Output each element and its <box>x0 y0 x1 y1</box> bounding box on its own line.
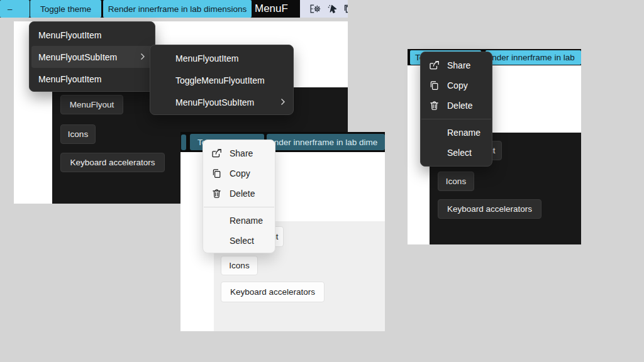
menu-item-label: Share <box>230 148 253 158</box>
keyboard-accelerators-label: Keyboard accelerators <box>230 287 315 297</box>
sub-menu-flyout: MenuFlyoutItem ToggleMenuFlyoutItem Menu… <box>150 45 294 115</box>
menu-item-copy[interactable]: Copy <box>421 75 492 96</box>
menu-item-label: ToggleMenuFlyoutItem <box>175 75 265 85</box>
keyboard-accelerators-label: Keyboard accelerators <box>447 204 532 214</box>
page-title-text: MenuF <box>255 3 288 15</box>
render-settings-icon[interactable] <box>309 4 321 14</box>
menu-item-rename[interactable]: Rename <box>421 123 492 143</box>
pointer-icon[interactable] <box>327 4 338 14</box>
menu-separator <box>204 207 274 207</box>
render-innerframe-button[interactable]: Render innerframe in lab dimensions <box>103 0 252 18</box>
left-white-strip <box>14 87 52 204</box>
render-innerframe-label: nder innerframe in lab dime <box>274 138 377 147</box>
copy-icon <box>211 168 222 178</box>
window-icon[interactable] <box>343 4 348 14</box>
panel-light-gallery: To nder innerframe in lab dime MenuFlyou… <box>180 132 385 331</box>
menu-item-label: MenuFlyoutItem <box>175 53 238 63</box>
toggle-theme-button[interactable]: Toggle theme <box>30 0 101 18</box>
menu-item-delete[interactable]: Delete <box>203 184 275 204</box>
icons-button-label: Icons <box>68 129 88 139</box>
dash-label: – <box>8 4 13 14</box>
menu-item-menuflyoutitem[interactable]: MenuFlyoutItem <box>150 47 293 69</box>
menu-item-rename[interactable]: Rename <box>203 211 275 231</box>
lab-toolbar <box>300 0 348 18</box>
menu-item-label: Copy <box>447 80 468 90</box>
keyboard-accelerators-button[interactable]: Keyboard accelerators <box>438 199 541 219</box>
screenshot-collage: – Toggle theme Render innerframe in lab … <box>0 0 644 362</box>
menu-item-label: Rename <box>447 128 480 138</box>
menu-item-label: Delete <box>230 189 255 199</box>
share-icon <box>211 148 222 158</box>
render-innerframe-label: nder innerframe in lab <box>492 53 574 62</box>
menu-item-copy[interactable]: Copy <box>203 163 275 184</box>
delete-icon <box>211 189 222 199</box>
icons-button[interactable]: Icons <box>60 124 96 144</box>
menu-item-label: MenuFlyoutSubItem <box>175 97 254 107</box>
icons-button[interactable]: Icons <box>438 172 474 191</box>
keyboard-accelerators-button[interactable]: Keyboard accelerators <box>221 282 325 302</box>
icons-button[interactable]: Icons <box>221 256 258 275</box>
panel-dark-contextmenu: To nder innerframe in lab MenuFlyout Ico… <box>408 49 581 244</box>
menu-item-label: Select <box>447 148 472 158</box>
menu-item-delete[interactable]: Delete <box>421 96 492 116</box>
menuflyout-button[interactable]: MenuFlyout <box>60 95 123 114</box>
render-innerframe-button[interactable]: nder innerframe in lab <box>486 50 581 65</box>
theme-toggle-fragment-button[interactable]: – <box>0 0 30 18</box>
menu-item-label: Delete <box>447 101 472 111</box>
render-innerframe-label: Render innerframe in lab dimensions <box>108 4 247 14</box>
menu-item-menuflyoutitem[interactable]: MenuFlyoutItem <box>30 68 155 90</box>
menu-item-menuflyoutsubitem[interactable]: MenuFlyoutSubItem <box>150 91 293 113</box>
keyboard-accelerators-button[interactable]: Keyboard accelerators <box>60 153 165 172</box>
context-menu-flyout: Share Copy Delete <box>420 52 492 167</box>
chevron-right-icon <box>140 52 145 62</box>
menu-item-menuflyoutsubitem[interactable]: MenuFlyoutSubItem <box>31 46 153 68</box>
icons-button-label: Icons <box>229 261 249 270</box>
toggle-theme-label: Toggle theme <box>40 4 91 14</box>
copy-icon <box>429 80 440 90</box>
menu-item-label: MenuFlyoutSubItem <box>38 52 117 62</box>
menu-item-select[interactable]: Select <box>421 143 492 163</box>
menu-separator <box>421 119 491 119</box>
menu-item-label: MenuFlyoutItem <box>38 74 101 84</box>
icons-button-label: Icons <box>446 177 466 186</box>
theme-toggle-fragment-button[interactable] <box>181 134 186 150</box>
menu-flyout: MenuFlyoutItem MenuFlyoutSubItem MenuFly… <box>29 21 155 92</box>
page-title: MenuF <box>255 0 288 18</box>
menu-item-menuflyoutitem[interactable]: MenuFlyoutItem <box>30 24 155 46</box>
menu-item-share[interactable]: Share <box>203 143 275 163</box>
context-menu-flyout: Share Copy Delete <box>203 140 275 253</box>
render-innerframe-button[interactable]: nder innerframe in lab dime <box>267 134 385 150</box>
menuflyout-button-label: MenuFlyout <box>70 100 114 109</box>
menu-item-label: Rename <box>230 216 263 226</box>
menu-item-label: Share <box>447 60 470 70</box>
menu-item-label: Select <box>230 236 254 246</box>
menu-item-togglemenuflyoutitem[interactable]: ToggleMenuFlyoutItem <box>150 69 293 91</box>
share-icon <box>429 60 440 70</box>
chevron-right-icon <box>280 97 286 107</box>
menu-item-label: MenuFlyoutItem <box>38 30 101 40</box>
menu-item-select[interactable]: Select <box>203 231 275 251</box>
menu-item-label: Copy <box>230 168 250 178</box>
menu-item-share[interactable]: Share <box>421 55 492 75</box>
keyboard-accelerators-label: Keyboard accelerators <box>70 158 155 167</box>
delete-icon <box>429 101 440 111</box>
